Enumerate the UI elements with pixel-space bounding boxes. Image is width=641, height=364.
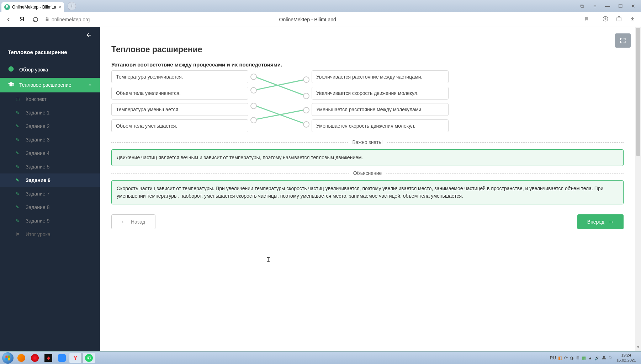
connector-dot[interactable]: [303, 93, 309, 99]
edit-icon: ✎: [14, 110, 21, 115]
sub-item-task-7[interactable]: ✎ Задание 7: [0, 187, 100, 200]
text-cursor-icon: 𝙸: [266, 256, 271, 263]
svg-rect-1: [617, 17, 621, 21]
sidebar-item-section[interactable]: Тепловое расширение: [0, 78, 100, 92]
edit-icon: ✎: [14, 164, 21, 169]
taskbar-zoom[interactable]: [55, 353, 68, 363]
connector-dot[interactable]: [250, 87, 257, 93]
yandex-icon[interactable]: Я: [18, 15, 26, 24]
tray-chevron-icon[interactable]: ▲: [588, 355, 592, 360]
connector-dot[interactable]: [250, 103, 257, 109]
match-left-item[interactable]: Температура увеличивается.: [111, 70, 248, 83]
sub-items: ▢ Конспект ✎ Задание 1 ✎ Задание 2 ✎ Зад…: [0, 92, 100, 228]
fullscreen-button[interactable]: [615, 33, 631, 48]
match-right-item[interactable]: Уменьшается скорость движения молекул.: [312, 119, 449, 132]
window-menu-icon[interactable]: ≡: [588, 1, 601, 11]
download-icon[interactable]: [628, 16, 637, 23]
connector-dot[interactable]: [303, 121, 309, 128]
match-right-item[interactable]: Увеличивается расстояние между частицами…: [312, 70, 449, 83]
sub-item-konspekt[interactable]: ▢ Конспект: [0, 92, 100, 106]
tray-icon[interactable]: ◑: [570, 355, 573, 360]
tray-network-icon[interactable]: 🖧: [602, 355, 606, 360]
scrollbar-thumb[interactable]: [636, 28, 640, 156]
extensions-icon[interactable]: [615, 16, 623, 23]
divider-label: Объяснение: [353, 170, 382, 176]
edit-icon: ✎: [14, 205, 21, 210]
svg-line-6: [255, 80, 305, 90]
sub-item-label: Задание 5: [26, 164, 49, 170]
back-arrow-icon[interactable]: [85, 32, 93, 40]
sidebar-item-label: Тепловое расширение: [19, 82, 71, 88]
flag-icon: ⚑: [14, 232, 21, 237]
sub-item-task-3[interactable]: ✎ Задание 3: [0, 133, 100, 146]
next-button[interactable]: Вперед 🡒: [577, 214, 624, 229]
connector-dot[interactable]: [250, 74, 257, 80]
taskbar-firefox[interactable]: [15, 353, 28, 363]
svg-rect-3: [11, 69, 11, 70]
window-close-icon[interactable]: ✕: [627, 1, 640, 11]
match-right-item[interactable]: Увеличивается скорость движения молекул.: [312, 87, 449, 100]
chevron-up-icon: [88, 82, 92, 88]
window-overlay-icon[interactable]: ⧉: [576, 1, 588, 11]
match-left-item[interactable]: Объем тела увеличивается.: [111, 87, 248, 100]
taskbar-whatsapp[interactable]: ✆: [83, 353, 95, 363]
match-left-item[interactable]: Объем тела уменьшается.: [111, 119, 248, 132]
taskbar-opera[interactable]: [28, 353, 41, 363]
edit-icon: ✎: [14, 137, 21, 142]
new-tab-button[interactable]: +: [68, 2, 76, 10]
taskbar-app[interactable]: ◆: [42, 353, 55, 363]
sub-item-label: Задание 3: [26, 137, 49, 143]
windows-icon: [2, 352, 14, 364]
start-button[interactable]: [1, 353, 14, 363]
svg-rect-4: [11, 68, 11, 68]
tray-flag-icon[interactable]: ⚐: [608, 355, 612, 360]
sub-item-task-4[interactable]: ✎ Задание 4: [0, 146, 100, 160]
sidebar-back: [0, 27, 100, 45]
tray-icon[interactable]: ⟳: [564, 355, 568, 360]
connector-dot[interactable]: [303, 107, 309, 113]
connector-dot[interactable]: [250, 117, 257, 123]
tray-icon[interactable]: ▦: [582, 355, 586, 360]
arrow-left-icon: 🡐: [122, 219, 127, 225]
tray-icon[interactable]: 🖥: [576, 355, 580, 360]
scrollbar[interactable]: ▲ ▼: [635, 27, 641, 351]
tray-clock[interactable]: 19:24 16.02.2021: [614, 353, 638, 362]
match-right-item[interactable]: Уменьшается расстояние между молекулами.: [312, 103, 449, 116]
nav-back-button[interactable]: [4, 15, 13, 24]
bookmark-icon[interactable]: [582, 16, 591, 23]
reload-button[interactable]: [31, 15, 40, 24]
window-maximize-icon[interactable]: ☐: [614, 1, 627, 11]
sub-item-label: Задание 8: [26, 204, 49, 210]
sub-item-task-2[interactable]: ✎ Задание 2: [0, 119, 100, 133]
window-minimize-icon[interactable]: —: [601, 1, 614, 11]
edit-icon: ✎: [14, 191, 21, 196]
taskbar-yandex[interactable]: Y: [69, 353, 82, 363]
sub-item-task-1[interactable]: ✎ Задание 1: [0, 106, 100, 119]
back-button[interactable]: 🡐 Назад: [111, 214, 155, 229]
graduation-icon: [8, 81, 14, 89]
url-text: onlinemektep.org: [52, 17, 90, 22]
sidebar-item-summary[interactable]: ⚑ Итог урока: [0, 228, 100, 241]
sub-item-task-8[interactable]: ✎ Задание 8: [0, 200, 100, 214]
scroll-down-icon[interactable]: ▼: [635, 345, 641, 351]
connector-dot[interactable]: [303, 76, 309, 83]
sub-item-task-6[interactable]: ✎ Задание 6: [0, 173, 100, 187]
match-left-item[interactable]: Температура уменьшается.: [111, 103, 248, 116]
tray-lang[interactable]: RU: [550, 355, 556, 360]
page-title: OnlineMektep - BilimLand: [95, 17, 577, 22]
sub-item-task-5[interactable]: ✎ Задание 5: [0, 160, 100, 173]
instruction: Установи соответствие между процессами и…: [111, 61, 624, 68]
svg-line-8: [255, 110, 305, 120]
tray-icon[interactable]: ◧: [558, 355, 562, 360]
sidebar-item-overview[interactable]: Обзор урока: [0, 61, 100, 78]
download-circle-icon[interactable]: [601, 16, 610, 23]
edit-icon: ✎: [14, 151, 21, 156]
sub-item-task-9[interactable]: ✎ Задание 9: [0, 214, 100, 228]
url-box[interactable]: onlinemektep.org: [45, 17, 90, 22]
info-icon: [8, 66, 14, 74]
system-tray: RU ◧ ⟳ ◑ 🖥 ▦ ▲ 🔊 🖧 ⚐ 19:24 16.02.2021: [550, 353, 640, 362]
tray-volume-icon[interactable]: 🔊: [594, 355, 600, 360]
browser-tab[interactable]: B OnlineMektep - BilimLa ×: [1, 2, 64, 12]
important-box: Движение частиц является вечным и зависи…: [111, 149, 624, 166]
tab-close-icon[interactable]: ×: [58, 4, 61, 10]
